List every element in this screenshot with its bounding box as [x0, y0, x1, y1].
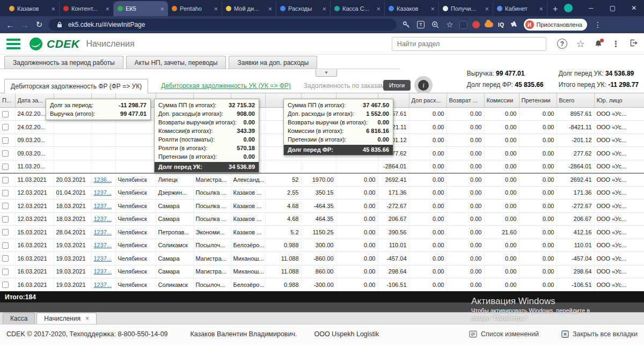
table-cell[interactable]: 1237...: [91, 186, 115, 200]
browser-tab[interactable]: Казаков ×: [5, 1, 60, 16]
tab-close-icon[interactable]: ×: [160, 5, 164, 13]
row-checkbox[interactable]: [2, 190, 9, 196]
window-minimize-icon[interactable]: ─: [580, 0, 602, 16]
column-header[interactable]: Доп расх...: [409, 93, 447, 107]
column-header[interactable]: Всего: [557, 93, 594, 107]
table-row[interactable]: 16.03.202119.03.20211237...ЧелябинскСама…: [0, 252, 644, 265]
table-row[interactable]: 15.03.202128.04.20211237...ЧелябинскПетр…: [0, 226, 644, 239]
browser-tab[interactable]: Pentaho ×: [168, 1, 222, 16]
table-cell[interactable]: 1237...: [91, 239, 115, 252]
browser-tab[interactable]: Расходы ×: [276, 1, 331, 16]
tab-close-icon[interactable]: ×: [214, 5, 218, 13]
table-cell[interactable]: 1237...: [91, 265, 115, 278]
browser-tab[interactable]: Контент... ×: [60, 1, 114, 16]
url-bar[interactable]: ek5.cdek.ru/#/viewInitPage: [49, 19, 397, 31]
column-header[interactable]: Юр. лицо: [594, 93, 644, 107]
workspace-tab[interactable]: Касса: [3, 313, 35, 324]
close-all-tabs-link[interactable]: Закрыть все вкладки: [561, 330, 638, 338]
column-header[interactable]: Возврат ...: [447, 93, 484, 107]
table-cell[interactable]: 1237...: [91, 226, 115, 239]
row-checkbox[interactable]: [2, 124, 9, 130]
tab-close-icon[interactable]: ×: [485, 5, 489, 13]
bookmark-star-icon[interactable]: ☆: [445, 20, 455, 29]
browser-tab[interactable]: ЕК5 ×: [114, 1, 168, 16]
section-search-input[interactable]: [392, 37, 546, 51]
window-close-icon[interactable]: ✕: [623, 0, 644, 16]
table-cell[interactable]: 1237...: [91, 252, 115, 265]
row-checkbox[interactable]: [2, 111, 9, 117]
column-header[interactable]: П...: [0, 93, 15, 107]
row-checkbox[interactable]: [2, 203, 9, 209]
browser-tab[interactable]: Мой ди... ×: [222, 1, 276, 16]
tab-close-icon[interactable]: ×: [268, 5, 272, 13]
sub-tab[interactable]: Дебиторская задолженность ФР (ФР => УК): [4, 79, 148, 93]
tab-close-icon[interactable]: ×: [105, 5, 109, 13]
back-icon[interactable]: ←: [5, 20, 15, 29]
logout-icon[interactable]: [629, 39, 638, 49]
row-checkbox[interactable]: [2, 216, 9, 223]
table-row[interactable]: 11.03.202120.03.20211236...ЧелябинскЛипе…: [0, 173, 644, 187]
browser-tab[interactable]: Получи... ×: [439, 1, 493, 16]
start-button[interactable]: [0, 344, 21, 362]
profile-sync-icon[interactable]: [564, 4, 573, 12]
more-menu-icon[interactable]: ⋮: [612, 39, 620, 49]
table-cell[interactable]: 1236...: [91, 173, 115, 187]
workspace-tab-close-icon[interactable]: ×: [85, 315, 89, 322]
tabs-expand-button[interactable]: ▼: [316, 70, 337, 77]
zoom-icon[interactable]: [430, 20, 440, 29]
forward-icon[interactable]: →: [20, 20, 30, 29]
help-icon[interactable]: ?: [557, 39, 567, 49]
translate-icon[interactable]: Т: [416, 20, 426, 29]
extension-icon-cloud[interactable]: [485, 22, 493, 27]
browser-tab[interactable]: Кабинет ×: [493, 1, 547, 16]
tab-close-icon[interactable]: ×: [539, 5, 543, 13]
browser-profile-chip[interactable]: И Приостановлена: [524, 19, 587, 31]
main-tab[interactable]: Задолженность за период работы: [4, 56, 123, 69]
new-tab-button[interactable]: +: [547, 4, 564, 16]
row-checkbox[interactable]: [2, 255, 9, 262]
changes-list-link[interactable]: Список изменений: [469, 330, 539, 338]
main-tab[interactable]: Заявки на доп. расходы: [229, 56, 317, 69]
sub-tab[interactable]: Дебиторская задолженность УК (УК => ФР): [161, 79, 291, 93]
row-checkbox[interactable]: [2, 137, 9, 144]
table-row[interactable]: 12.03.202101.04.20211237...ЧелябинскДзер…: [0, 186, 644, 200]
key-icon[interactable]: [401, 20, 411, 29]
extension-icon-adblock[interactable]: [472, 21, 480, 28]
row-checkbox[interactable]: [2, 229, 9, 235]
column-header[interactable]: Комиссии: [484, 93, 519, 107]
tab-close-icon[interactable]: ×: [430, 5, 435, 13]
table-row[interactable]: 16.03.202119.03.20211237...ЧелябинскСоли…: [0, 278, 644, 292]
favorites-star-icon[interactable]: ☆: [576, 39, 585, 49]
tab-close-icon[interactable]: ×: [376, 5, 380, 13]
browser-tab[interactable]: Казаков ×: [385, 1, 439, 16]
extension-icon-iq[interactable]: IQ: [498, 22, 504, 28]
tab-close-icon[interactable]: ×: [322, 5, 326, 13]
totals-info-icon[interactable]: i: [414, 76, 433, 94]
table-row[interactable]: 16.03.202119.03.20211237...ЧелябинскСоли…: [0, 239, 644, 252]
row-checkbox[interactable]: [2, 164, 9, 170]
sub-tab[interactable]: Задолженность по заказам: [304, 79, 385, 93]
window-maximize-icon[interactable]: ▢: [602, 0, 623, 16]
table-row[interactable]: 12.03.202118.03.20211237...ЧелябинскСама…: [0, 212, 644, 226]
browser-menu-icon[interactable]: ⋮: [592, 20, 604, 29]
extensions-puzzle-icon[interactable]: [509, 20, 519, 29]
workspace-tab[interactable]: Начисления×: [36, 313, 97, 324]
table-cell[interactable]: 1237...: [91, 200, 115, 213]
browser-tab[interactable]: Касса С... ×: [331, 1, 385, 16]
row-checkbox[interactable]: [2, 269, 9, 275]
table-row[interactable]: 11.03.20...-2864.010.000.000.000.00-2864…: [0, 160, 644, 173]
row-checkbox[interactable]: [2, 282, 9, 288]
reload-icon[interactable]: ↻: [34, 20, 44, 29]
main-tab[interactable]: Акты НП, зачеты, переводы: [126, 56, 226, 69]
hamburger-menu-icon[interactable]: [6, 39, 20, 49]
column-header[interactable]: Претензии: [519, 93, 557, 107]
notifications-bell-icon[interactable]: [594, 40, 603, 48]
extension-icon-dark[interactable]: [459, 21, 467, 29]
tab-close-icon[interactable]: ×: [51, 5, 55, 13]
row-checkbox[interactable]: [2, 242, 9, 249]
table-row[interactable]: 16.03.202119.03.20211237...ЧелябинскСама…: [0, 265, 644, 278]
row-checkbox[interactable]: [2, 150, 9, 157]
table-cell[interactable]: 1237...: [91, 212, 115, 226]
table-row[interactable]: 12.03.202118.03.20211237...ЧелябинскСама…: [0, 200, 644, 213]
table-cell[interactable]: 1237...: [91, 278, 115, 292]
